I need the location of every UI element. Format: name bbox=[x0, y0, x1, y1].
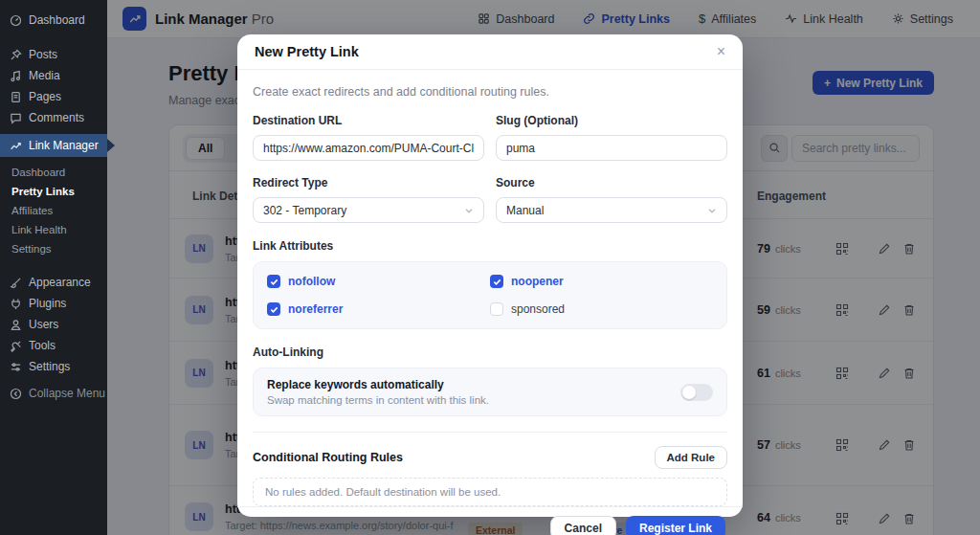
modal-body: Create exact redirects and add condition… bbox=[237, 70, 743, 506]
sidebar-item-settings[interactable]: Settings bbox=[0, 356, 107, 377]
checkbox-noreferrer[interactable]: noreferrer bbox=[267, 302, 490, 316]
sidebar-item-pages[interactable]: Pages bbox=[0, 86, 107, 107]
add-rule-button[interactable]: Add Rule bbox=[655, 446, 727, 469]
sidebar-sub-settings[interactable]: Settings bbox=[0, 239, 107, 258]
pages-icon bbox=[10, 91, 22, 103]
checkbox-label: noreferrer bbox=[288, 302, 343, 316]
link-attributes-box: nofollow noopener noreferrer sponsored bbox=[253, 261, 727, 329]
checkbox-label: noopener bbox=[511, 275, 564, 288]
sidebar-item-label: Dashboard bbox=[29, 13, 85, 27]
wrench-icon bbox=[10, 340, 22, 352]
sidebar-item-label: Comments bbox=[29, 111, 84, 124]
checkbox-unchecked-icon bbox=[490, 302, 503, 316]
sidebar-item-label: Media bbox=[29, 69, 60, 82]
sidebar-sub-link-health[interactable]: Link Health bbox=[0, 220, 107, 239]
sidebar-sub-dashboard[interactable]: Dashboard bbox=[0, 163, 107, 182]
slug-label: Slug (Optional) bbox=[496, 114, 727, 127]
redirect-type-value: 302 - Temporary bbox=[263, 204, 346, 217]
sidebar-item-label: Appearance bbox=[29, 276, 91, 289]
gauge-icon bbox=[10, 14, 22, 27]
modal-footer: Cancel Register Link bbox=[237, 506, 743, 535]
sidebar-item-label: Tools bbox=[29, 339, 56, 352]
sidebar-item-posts[interactable]: Posts bbox=[0, 44, 107, 65]
admin-sidebar: Dashboard Posts Media Pages Comments Lin… bbox=[0, 0, 107, 535]
brush-icon bbox=[10, 277, 22, 289]
checkbox-noopener[interactable]: noopener bbox=[490, 275, 713, 288]
sidebar-item-label: Link Manager bbox=[29, 139, 99, 152]
source-value: Manual bbox=[506, 204, 544, 217]
chevron-down-icon bbox=[464, 206, 474, 215]
routing-rules-header: Conditional Routing Rules Add Rule bbox=[253, 432, 727, 469]
collapse-icon bbox=[10, 388, 22, 400]
source-label: Source bbox=[496, 176, 727, 189]
auto-linking-toggle[interactable] bbox=[680, 384, 713, 401]
source-select[interactable]: Manual bbox=[496, 197, 727, 223]
auto-linking-label: Auto-Linking bbox=[253, 346, 727, 359]
checkbox-label: sponsored bbox=[511, 302, 565, 316]
sidebar-item-media[interactable]: Media bbox=[0, 65, 107, 86]
sidebar-item-comments[interactable]: Comments bbox=[0, 107, 107, 128]
link-attributes-label: Link Attributes bbox=[253, 239, 727, 253]
modal-description: Create exact redirects and add condition… bbox=[253, 85, 727, 99]
chart-icon bbox=[10, 140, 22, 152]
auto-linking-title: Replace keywords automatically bbox=[267, 378, 489, 391]
close-icon[interactable]: × bbox=[717, 44, 725, 59]
register-link-button[interactable]: Register Link bbox=[626, 516, 725, 535]
sidebar-item-collapse-menu[interactable]: Collapse Menu bbox=[0, 383, 107, 404]
sidebar-item-label: Plugins bbox=[29, 297, 66, 310]
user-icon bbox=[10, 319, 22, 331]
redirect-type-label: Redirect Type bbox=[253, 176, 484, 189]
checkbox-checked-icon bbox=[490, 275, 503, 288]
cancel-button[interactable]: Cancel bbox=[550, 516, 616, 535]
sidebar-item-appearance[interactable]: Appearance bbox=[0, 272, 107, 293]
sidebar-item-label: Posts bbox=[29, 48, 57, 61]
sidebar-item-label: Pages bbox=[29, 90, 61, 103]
modal-title: New Pretty Link bbox=[255, 44, 359, 59]
checkbox-sponsored[interactable]: sponsored bbox=[490, 302, 713, 316]
plug-icon bbox=[10, 298, 22, 310]
sidebar-item-label: Collapse Menu bbox=[29, 387, 105, 400]
chevron-down-icon bbox=[707, 206, 717, 215]
modal-header: New Pretty Link × bbox=[237, 34, 743, 70]
sidebar-sub-affiliates[interactable]: Affiliates bbox=[0, 201, 107, 220]
checkbox-checked-icon bbox=[267, 275, 280, 288]
toggle-knob bbox=[682, 386, 696, 399]
auto-linking-box: Replace keywords automatically Swap matc… bbox=[253, 368, 727, 416]
redirect-type-select[interactable]: 302 - Temporary bbox=[253, 197, 484, 223]
sidebar-item-label: Settings bbox=[29, 360, 70, 373]
sidebar-sub-pretty-links[interactable]: Pretty Links bbox=[0, 182, 107, 201]
slug-field[interactable] bbox=[496, 135, 727, 161]
rules-empty-state: No rules added. Default destination will… bbox=[253, 478, 727, 506]
routing-rules-label: Conditional Routing Rules bbox=[253, 451, 403, 464]
note-icon bbox=[10, 70, 22, 82]
app-window: Dashboard Posts Media Pages Comments Lin… bbox=[0, 0, 980, 535]
sliders-icon bbox=[10, 361, 22, 373]
checkbox-nofollow[interactable]: nofollow bbox=[267, 275, 490, 288]
comment-icon bbox=[10, 112, 22, 124]
checkbox-label: nofollow bbox=[288, 275, 335, 288]
destination-url-label: Destination URL bbox=[253, 114, 484, 127]
sidebar-item-link-manager[interactable]: Link Manager bbox=[0, 134, 107, 157]
sidebar-item-users[interactable]: Users bbox=[0, 314, 107, 335]
sidebar-item-tools[interactable]: Tools bbox=[0, 335, 107, 356]
sidebar-item-label: Users bbox=[29, 318, 58, 331]
auto-linking-subtitle: Swap matching terms in content with this… bbox=[267, 394, 489, 406]
checkbox-checked-icon bbox=[267, 302, 280, 316]
sidebar-item-plugins[interactable]: Plugins bbox=[0, 293, 107, 314]
pin-icon bbox=[10, 49, 22, 61]
destination-url-field[interactable] bbox=[253, 135, 484, 161]
new-pretty-link-modal: New Pretty Link × Create exact redirects… bbox=[237, 34, 743, 517]
sidebar-item-dashboard[interactable]: Dashboard bbox=[0, 10, 107, 31]
